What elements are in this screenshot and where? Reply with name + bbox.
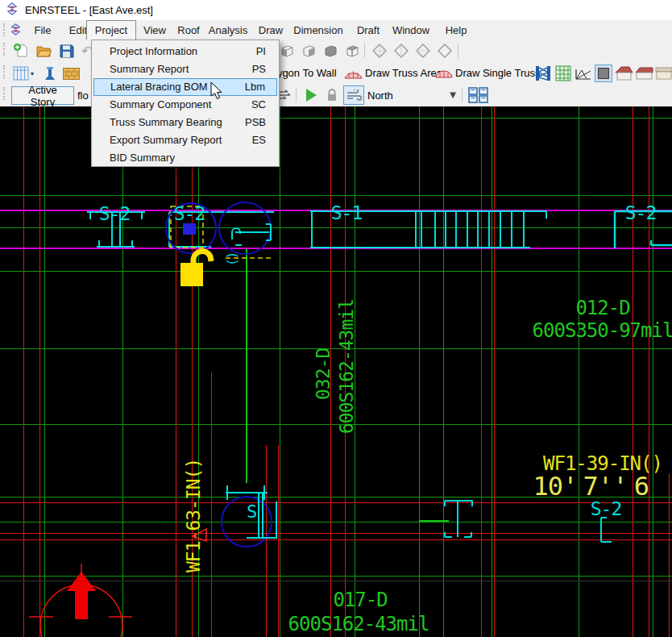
select-region-button[interactable] — [594, 65, 613, 82]
draw-single-truss-label[interactable]: Draw Single Truss — [455, 67, 540, 79]
polygon-to-wall-label[interactable]: lygon To Wall — [275, 67, 337, 79]
iso-view-se-button[interactable] — [413, 42, 433, 60]
truss-area-icon — [342, 65, 363, 82]
single-truss-icon — [433, 65, 454, 82]
menu-help[interactable]: Help — [440, 20, 472, 40]
menu-item-project-information[interactable]: Project Information PI — [93, 43, 277, 60]
view-cube-solid-button[interactable] — [321, 42, 340, 60]
toolbar1-separator-2 — [458, 43, 458, 58]
dim-fraction: 6 — [634, 471, 649, 502]
dim-feet: 10' — [533, 471, 578, 502]
menu-draw[interactable]: Draw — [253, 20, 288, 40]
menu-analysis[interactable]: Analysis — [205, 20, 251, 40]
elevation-chart-button[interactable] — [574, 65, 593, 82]
new-file-button[interactable] — [11, 42, 31, 60]
iso-view-sw-button[interactable] — [435, 42, 454, 60]
project-dropdown-menu: Project Information PI Summary Report PS… — [91, 40, 280, 167]
wind-direction-button[interactable] — [343, 85, 364, 105]
menu-project[interactable]: Project — [86, 20, 136, 40]
label-s2-bottom: S-2 — [591, 498, 622, 519]
wind-direction-combobox[interactable]: North ▼ — [367, 87, 458, 103]
menu-draft[interactable]: Draft — [351, 20, 385, 40]
toolbar3-separator-1 — [296, 87, 297, 102]
label-s-partial: S — [247, 502, 256, 522]
label-s2-left: S-2 — [99, 203, 131, 224]
roof-hip-button[interactable] — [614, 65, 633, 82]
shortcut-sc: SC — [251, 96, 266, 114]
mesh-panel-button[interactable] — [554, 65, 573, 82]
wall-brick-tool-button[interactable] — [61, 65, 81, 82]
combobox-arrow-icon[interactable]: ▼ — [450, 90, 456, 99]
steel-truss-button[interactable] — [533, 65, 553, 82]
iso-view-ne-button[interactable] — [370, 42, 389, 60]
drawing-canvas[interactable]: S-2 S-2 () S-1 — [0, 106, 672, 637]
grid-tool-caret-icon[interactable]: ▾ — [31, 70, 34, 77]
menu-bar: File Edit Project View Roof Analysis Dra… — [0, 20, 672, 40]
title-bar: ENRSTEEL - [East Ave.est] — [0, 0, 672, 20]
label-member-032-spec: 600S162-43mil — [336, 299, 357, 434]
label-member-017: 017-D — [333, 589, 387, 611]
label-s1: S-1 — [331, 202, 363, 223]
menu-item-truss-summary-bearing[interactable]: Truss Summary Bearing PSB — [93, 114, 277, 131]
menu-roof[interactable]: Roof — [171, 20, 206, 40]
menu-item-summary-report[interactable]: Summary Report PS — [93, 60, 277, 78]
roof-gable-button[interactable] — [634, 65, 653, 82]
lock-button[interactable] — [322, 86, 342, 104]
wind-direction-value: North — [367, 90, 393, 102]
label-member-012: 012-D — [575, 297, 629, 319]
red-grid-horizontals — [0, 502, 672, 539]
label-wf1-63: WF1-63-IN() — [183, 459, 204, 572]
label-member-017-spec: 600S162-43mil — [288, 613, 429, 635]
dim-inches: 7'' — [583, 471, 628, 502]
view-cube-se-button[interactable] — [299, 42, 318, 60]
label-member-012-spec: 600S350-97mil — [533, 319, 672, 342]
unlock-icon[interactable] — [180, 252, 211, 286]
toolbar3-grip[interactable] — [3, 87, 7, 100]
menu-item-lateral-bracing-bom[interactable]: Lateral Bracing BOM Lbm — [93, 78, 277, 96]
label-member-032: 032-D — [313, 348, 334, 400]
label-s2-mid: S-2 — [174, 203, 205, 224]
label-s2-right: S-2 — [625, 202, 657, 223]
draw-truss-area-label[interactable]: Draw Truss Area — [365, 67, 442, 79]
open-file-button[interactable] — [34, 42, 53, 60]
grid-tool-button[interactable]: ▾ — [10, 65, 37, 82]
menu-item-summary-component[interactable]: Summary Component SC — [93, 96, 277, 114]
menu-window[interactable]: Window — [389, 20, 433, 40]
menu-dimension[interactable]: Dimension — [290, 20, 346, 40]
menu-item-bid-summary[interactable]: BID Summary — [93, 149, 277, 167]
run-analysis-button[interactable] — [301, 86, 321, 104]
shortcut-pi: PI — [256, 43, 266, 60]
toolbar2-grip[interactable] — [3, 65, 7, 78]
menubar-grip[interactable] — [3, 23, 7, 36]
shortcut-lbm: Lbm — [245, 79, 265, 95]
menubar-logo-icon — [10, 23, 22, 38]
column-tool-button[interactable] — [40, 65, 60, 82]
story-combobox-value[interactable]: flo — [77, 90, 89, 102]
mouse-cursor — [210, 82, 223, 103]
toolbar1-grip[interactable] — [3, 43, 7, 56]
selection-handle[interactable] — [183, 223, 196, 235]
app-logo-icon — [6, 2, 19, 18]
toolbar1-separator-1 — [364, 43, 365, 58]
view-cube-top-button[interactable] — [342, 42, 362, 60]
roof-flat-button[interactable] — [654, 65, 672, 82]
active-story-button[interactable]: Active Story — [11, 86, 74, 105]
window-title: ENRSTEEL - [East Ave.est] — [25, 4, 153, 16]
shortcut-es: ES — [252, 131, 266, 149]
view-cube-sw-button[interactable] — [277, 42, 297, 60]
tile-windows-button[interactable] — [467, 86, 491, 104]
menu-file[interactable]: File — [26, 20, 60, 40]
shortcut-ps: PS — [252, 60, 266, 78]
menu-item-export-summary-report[interactable]: Export Summary Report ES — [93, 131, 277, 149]
menu-view[interactable]: View — [138, 20, 172, 40]
toolbar3-separator-2 — [462, 87, 463, 102]
iso-view-nw-button[interactable] — [392, 42, 411, 60]
ibeam-bottom-right[interactable] — [445, 501, 472, 537]
save-button[interactable] — [56, 42, 76, 60]
shortcut-psb: PSB — [245, 114, 266, 131]
wind-icon — [346, 90, 362, 101]
label-paren: () — [224, 252, 239, 266]
